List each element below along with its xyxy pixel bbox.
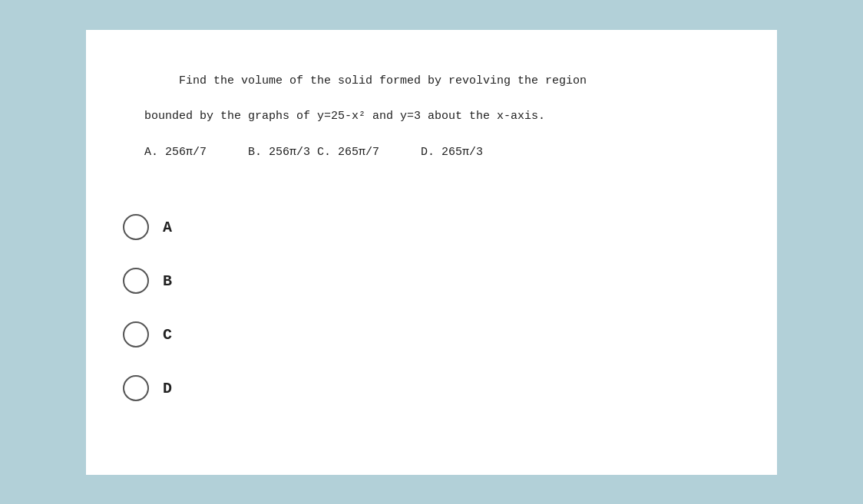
radio-c[interactable] xyxy=(123,321,149,348)
option-a-label: A xyxy=(163,219,172,236)
radio-d[interactable] xyxy=(123,375,149,401)
option-c[interactable]: C xyxy=(117,308,746,361)
question-text: Find the volume of the solid formed by r… xyxy=(117,54,746,180)
option-d[interactable]: D xyxy=(117,361,746,415)
radio-a[interactable] xyxy=(123,214,149,240)
option-b[interactable]: B xyxy=(117,254,746,308)
option-b-label: B xyxy=(163,272,172,290)
option-d-label: D xyxy=(163,380,172,397)
option-c-label: C xyxy=(163,326,172,344)
question-card: Find the volume of the solid formed by r… xyxy=(86,30,777,475)
question-line3: A. 256π/7 B. 256π/3 C. 265π/7 D. 265π/3 xyxy=(144,146,483,159)
option-a[interactable]: A xyxy=(117,200,746,254)
options-list: A B C D xyxy=(117,200,746,415)
radio-b[interactable] xyxy=(123,268,149,294)
question-line2: bounded by the graphs of y=25-x² and y=3… xyxy=(144,110,545,123)
question-line1: Find the volume of the solid formed by r… xyxy=(144,74,587,87)
